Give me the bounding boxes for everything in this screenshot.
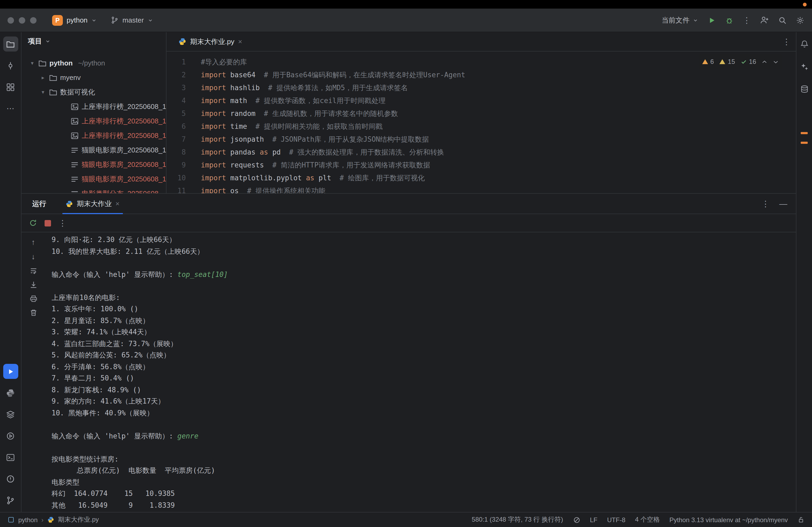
chevron-down-icon[interactable]: [773, 59, 779, 65]
inspection-errors[interactable]: 6: [702, 55, 714, 68]
editor-body[interactable]: 1234567891011 #导入必要的库import base64 # 用于B…: [166, 51, 796, 193]
chevron-up-icon[interactable]: [762, 59, 767, 65]
clear-console-button[interactable]: [29, 308, 37, 317]
stop-button[interactable]: [45, 220, 51, 226]
console-line: 其他 16.5049 9 1.8339: [52, 499, 796, 511]
code-line[interactable]: import math # 提供数学函数，如ceil用于时间戳处理: [201, 94, 796, 107]
code-line[interactable]: import pandas as pd # 强大的数据处理库，用于数据清洗、分析…: [201, 146, 796, 159]
caret-position[interactable]: 580:1 (3248 字符, 73 行 换行符): [472, 515, 563, 524]
next-occurrence-button[interactable]: ↓: [31, 252, 35, 261]
problems-icon: [6, 474, 15, 483]
settings-button[interactable]: [796, 16, 804, 25]
run-panel-options-button[interactable]: ⋮: [762, 200, 770, 208]
tool-python-console-button[interactable]: [3, 385, 18, 400]
highlighting-level-button[interactable]: [573, 516, 580, 524]
scroll-to-end-button[interactable]: [29, 281, 37, 289]
notifications-button[interactable]: [797, 36, 812, 51]
tree-item-file[interactable]: 上座率排行榜_20250608_15: [21, 99, 166, 114]
statusbar-file[interactable]: 期末大作业.py: [58, 515, 99, 524]
tool-python-packages-button[interactable]: [3, 407, 18, 422]
line-number: 11: [166, 185, 194, 197]
tool-problems-button[interactable]: [3, 471, 18, 486]
tool-version-control-button[interactable]: [3, 493, 18, 508]
indent-selector[interactable]: 4 个空格: [635, 515, 660, 524]
tree-chevron-icon[interactable]: ▸: [40, 75, 46, 80]
tree-item-label: 上座率排行榜_20250608_15: [82, 102, 166, 111]
code-with-me-button[interactable]: [760, 16, 769, 25]
chevron-down-icon: [91, 17, 97, 23]
run-button[interactable]: [707, 16, 716, 25]
hide-panel-button[interactable]: —: [779, 200, 787, 208]
run-more-options-button[interactable]: ⋮: [59, 219, 67, 227]
tool-commit-button[interactable]: [3, 58, 18, 73]
tree-item-file[interactable]: 猫眼电影票房_20250608_16: [21, 172, 166, 186]
error-stripe-mark[interactable]: [801, 132, 808, 134]
editor-tab-bar: 期末大作业.py × ⋮: [166, 32, 796, 51]
line-separator-selector[interactable]: LF: [590, 516, 597, 524]
console-line: 输入命令（输入 'help' 显示帮助）: top_seat[10]: [52, 269, 796, 280]
close-tab-icon[interactable]: ×: [238, 37, 242, 46]
tool-project-button[interactable]: [3, 36, 18, 51]
maximize-window-button[interactable]: [30, 17, 37, 23]
rerun-button[interactable]: [29, 219, 37, 227]
project-widget[interactable]: P python: [48, 13, 100, 28]
code-line[interactable]: import jsonpath # JSONPath库，用于从复杂JSON结构中…: [201, 133, 796, 146]
project-panel-header[interactable]: 项目: [21, 32, 166, 50]
tree-item-file[interactable]: 电影类型分布_20250608: [21, 186, 166, 193]
run-config-selector[interactable]: 当前文件: [662, 15, 698, 25]
search-everywhere-button[interactable]: [778, 16, 787, 25]
code-area[interactable]: #导入必要的库import base64 # 用于Base64编码和解码，在生成…: [194, 51, 796, 193]
tab-options-button[interactable]: ⋮: [782, 37, 791, 46]
tool-structure-button[interactable]: [3, 79, 18, 94]
code-line[interactable]: import time # 提供时间相关功能，如获取当前时间戳: [201, 120, 796, 133]
line-number: 9: [166, 159, 194, 172]
tree-chevron-icon[interactable]: ▾: [40, 89, 46, 95]
database-button[interactable]: [797, 81, 812, 96]
tree-item-label: python: [49, 59, 73, 67]
code-line[interactable]: import requests # 简洁的HTTP请求库，用于发送网络请求获取数…: [201, 159, 796, 172]
code-line[interactable]: import os # 提供操作系统相关功能: [201, 185, 796, 193]
inspection-passed[interactable]: 16: [740, 55, 756, 68]
code-line[interactable]: import random # 生成随机数，用于请求签名中的随机参数: [201, 107, 796, 120]
tool-terminal-button[interactable]: [3, 450, 18, 465]
console-output[interactable]: 9. 向阳·花: 2.30 亿元（上映66天）10. 我的世界大电影: 2.11…: [45, 232, 796, 512]
tool-services-button[interactable]: [3, 428, 18, 443]
code-line[interactable]: import matplotlib.pyplot as plt # 绘图库，用于…: [201, 172, 796, 185]
run-tab[interactable]: 期末大作业 ×: [62, 194, 123, 214]
tree-item-file[interactable]: 猫眼电影票房_20250608_16: [21, 157, 166, 172]
tree-item-folder[interactable]: ▾python~/python: [21, 56, 166, 70]
more-actions-button[interactable]: ⋮: [743, 16, 751, 24]
statusbar-project[interactable]: python: [18, 516, 38, 524]
tree-item-file[interactable]: 上座率排行榜_20250608_16: [21, 128, 166, 143]
readonly-toggle[interactable]: [798, 516, 804, 523]
tree-chevron-icon[interactable]: ▾: [29, 60, 35, 66]
print-button[interactable]: [29, 295, 37, 303]
ai-assistant-button[interactable]: [797, 59, 812, 74]
editor-tab[interactable]: 期末大作业.py ×: [172, 32, 249, 51]
tool-run-button[interactable]: [3, 364, 18, 379]
encoding-selector[interactable]: UTF-8: [607, 516, 625, 524]
tree-item-file[interactable]: 猫眼电影票房_20250608_15: [21, 143, 166, 157]
interpreter-selector[interactable]: Python 3.13 virtualenv at ~/python/myenv: [669, 516, 788, 524]
branch-widget[interactable]: master: [107, 14, 157, 26]
debug-button[interactable]: [725, 16, 734, 25]
close-window-button[interactable]: [8, 17, 14, 23]
error-stripe-mark[interactable]: [801, 142, 808, 144]
inspections-widget[interactable]: 6 15 16: [698, 54, 782, 69]
line-number: 3: [166, 81, 194, 94]
prev-occurrence-button[interactable]: ↑: [31, 238, 35, 246]
minimize-window-button[interactable]: [19, 17, 25, 23]
console-line: 10. 我的世界大电影: 2.11 亿元（上映66天）: [52, 245, 796, 257]
tree-item-file[interactable]: 上座率排行榜_20250608_16: [21, 114, 166, 128]
image-file-icon: [70, 131, 79, 140]
tree-item-folder[interactable]: ▸myenv: [21, 70, 166, 85]
inspection-warnings[interactable]: 15: [719, 55, 735, 68]
code-line[interactable]: import hashlib # 提供哈希算法，如MD5，用于生成请求签名: [201, 81, 796, 94]
soft-wrap-button[interactable]: [29, 267, 37, 275]
close-tab-icon[interactable]: ×: [115, 200, 119, 208]
code-line[interactable]: import base64 # 用于Base64编码和解码，在生成请求签名时处理…: [201, 69, 796, 81]
more-tool-windows-button[interactable]: ⋯: [3, 101, 18, 116]
chevron-down-icon: [45, 39, 50, 44]
tree-item-folder[interactable]: ▾数据可视化: [21, 85, 166, 99]
run-config-label: 当前文件: [662, 15, 690, 25]
